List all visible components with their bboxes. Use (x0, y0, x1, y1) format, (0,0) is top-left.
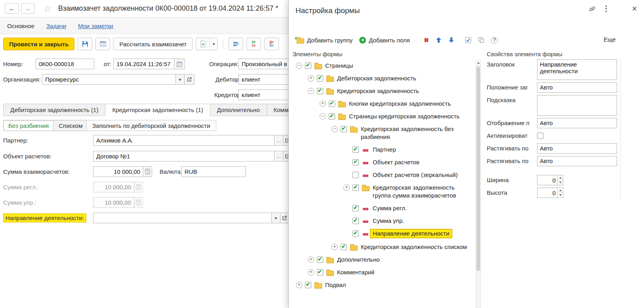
tree-item[interactable]: Партнер (290, 143, 475, 156)
prop-height-input[interactable]: 0 (537, 188, 563, 198)
window-menu-icon[interactable]: ⋮ (602, 4, 610, 13)
visibility-checkbox[interactable] (317, 75, 323, 82)
prop-stretch-v-input[interactable]: Авто (537, 156, 617, 166)
tree-item[interactable]: −Страницы кредиторская задолженность (290, 110, 475, 123)
save-button[interactable] (78, 38, 92, 50)
spin-down-icon[interactable] (558, 181, 563, 185)
post-button[interactable] (95, 38, 110, 50)
toggle-list[interactable]: Списком (53, 120, 87, 131)
favorite-star-icon[interactable]: ☆ (44, 4, 52, 13)
scroll-up-arrow[interactable] (476, 60, 480, 66)
tree-item[interactable]: +Подвал (290, 279, 475, 291)
expand-icon[interactable]: + (308, 257, 314, 263)
tree-item[interactable]: +Дополнительно (290, 253, 475, 266)
settlement-amount-input[interactable] (93, 166, 143, 177)
regulated-amount-input[interactable] (93, 182, 134, 192)
forward-button[interactable]: → (21, 3, 35, 14)
close-icon[interactable]: ✕ (632, 5, 637, 13)
expand-icon[interactable]: + (320, 101, 326, 107)
tree-item[interactable]: +Кредиторская задолженность списком (290, 241, 475, 253)
visibility-checkbox[interactable] (352, 184, 359, 191)
tab-debit[interactable]: Дебиторская задолженность (1) (3, 104, 105, 116)
move-down-button[interactable] (448, 37, 454, 43)
visibility-checkbox[interactable] (352, 218, 359, 224)
organization-open-button[interactable] (184, 74, 194, 85)
nav-tab-tasks[interactable]: Задачи (46, 23, 66, 29)
add-fields-button[interactable]: + Добавить поля (359, 37, 410, 44)
prop-activate-input[interactable] (537, 133, 543, 139)
visibility-checkbox[interactable] (352, 146, 359, 153)
delete-element-button[interactable]: ✖ (424, 36, 429, 44)
visibility-checkbox[interactable] (317, 257, 323, 263)
tab-additional[interactable]: Дополнительно (210, 104, 267, 116)
tree-item[interactable]: +Комментарий (290, 266, 475, 279)
collapse-icon[interactable]: − (332, 126, 338, 132)
spin-up-icon[interactable] (558, 175, 563, 181)
object-select-button[interactable]: ... (274, 151, 283, 162)
report-button[interactable] (229, 38, 243, 50)
tree-item[interactable]: Сумма упр. (290, 215, 475, 227)
activity-direction-input[interactable] (93, 213, 272, 223)
visibility-checkbox[interactable] (329, 101, 335, 107)
direction-dropdown-button[interactable]: ▾ (271, 213, 280, 223)
spin-up-icon[interactable] (558, 188, 563, 193)
tree-item[interactable]: +Кредиторская задолженность группа сумма… (290, 181, 475, 202)
toggle-no-breakdown[interactable]: Без разбиения (4, 120, 53, 131)
calculate-offset-button[interactable]: Рассчитать взаимозачет (113, 38, 192, 50)
tree-scrollbar[interactable] (476, 59, 481, 308)
partner-input[interactable] (93, 135, 274, 146)
help-button[interactable]: ? (491, 37, 498, 44)
visibility-checkbox[interactable] (352, 205, 359, 211)
tree-item[interactable]: Направление деятельности (290, 227, 475, 241)
visibility-checkbox[interactable] (305, 282, 311, 288)
calendar-button[interactable] (174, 59, 185, 69)
scrollbar-thumb[interactable] (476, 67, 480, 271)
date-input[interactable] (113, 59, 174, 69)
partner-select-button[interactable]: ... (274, 135, 283, 146)
prop-width-input[interactable]: 0 (537, 175, 563, 185)
settlement-object-input[interactable] (93, 151, 274, 162)
regulated-calculator-button[interactable] (134, 182, 143, 192)
visibility-checkbox[interactable] (352, 159, 359, 165)
expand-icon[interactable]: + (332, 244, 338, 250)
tree-item[interactable]: +Кнопки кредиторская задолженность (290, 97, 475, 110)
collapse-icon[interactable]: − (308, 88, 314, 94)
properties-copy-button[interactable] (478, 37, 484, 43)
dt-kt-button[interactable]: ДтКт (264, 38, 279, 50)
prop-tooltip-display-input[interactable]: Авто (537, 118, 617, 128)
window-link-icon[interactable] (588, 5, 596, 14)
more-button[interactable]: Еще (604, 36, 616, 43)
add-group-button[interactable]: + Добавить группу (295, 37, 352, 44)
prop-tooltip-input[interactable] (537, 95, 617, 116)
prop-stretch-h-input[interactable]: Авто (537, 143, 617, 154)
fill-from-debit-button[interactable]: Заполнить по дебиторской задолженности (86, 120, 216, 131)
currency-input[interactable] (181, 166, 246, 177)
number-input[interactable] (36, 59, 94, 69)
expand-icon[interactable]: + (296, 282, 302, 288)
visibility-checkbox[interactable] (305, 63, 311, 69)
chevron-down-icon[interactable]: ▾ (210, 38, 217, 50)
create-based-on-button[interactable]: ▾ (196, 38, 218, 50)
visibility-checkbox[interactable] (341, 126, 347, 132)
visibility-checkbox[interactable] (317, 269, 323, 276)
visibility-checkbox[interactable] (352, 230, 359, 237)
tree-item[interactable]: −Страницы (290, 59, 475, 72)
prop-title-input[interactable]: Направление деятельности (537, 59, 617, 80)
organization-dropdown-button[interactable]: ▾ (175, 74, 185, 85)
collapse-icon[interactable]: − (320, 113, 326, 120)
tree-item[interactable]: −Кредиторская задолженность без разбиени… (290, 123, 475, 143)
organization-input[interactable] (42, 74, 176, 85)
dr-cr-button[interactable]: DrCr (246, 38, 261, 50)
expand-icon[interactable]: + (343, 184, 350, 191)
visibility-checkbox[interactable] (352, 172, 359, 178)
back-button[interactable]: ← (5, 3, 19, 14)
move-up-button[interactable] (436, 37, 442, 43)
tree-item[interactable]: +Дебиторская задолженность (290, 72, 475, 85)
prop-title-position-input[interactable]: Авто (537, 82, 617, 93)
collapse-icon[interactable]: − (296, 63, 302, 69)
post-and-close-button[interactable]: Провести и закрыть (3, 38, 74, 50)
visibility-checkbox[interactable] (341, 244, 347, 250)
management-amount-input[interactable] (93, 197, 134, 208)
tree-item[interactable]: Объект расчетов (290, 156, 475, 169)
visibility-checkbox[interactable] (329, 113, 335, 120)
